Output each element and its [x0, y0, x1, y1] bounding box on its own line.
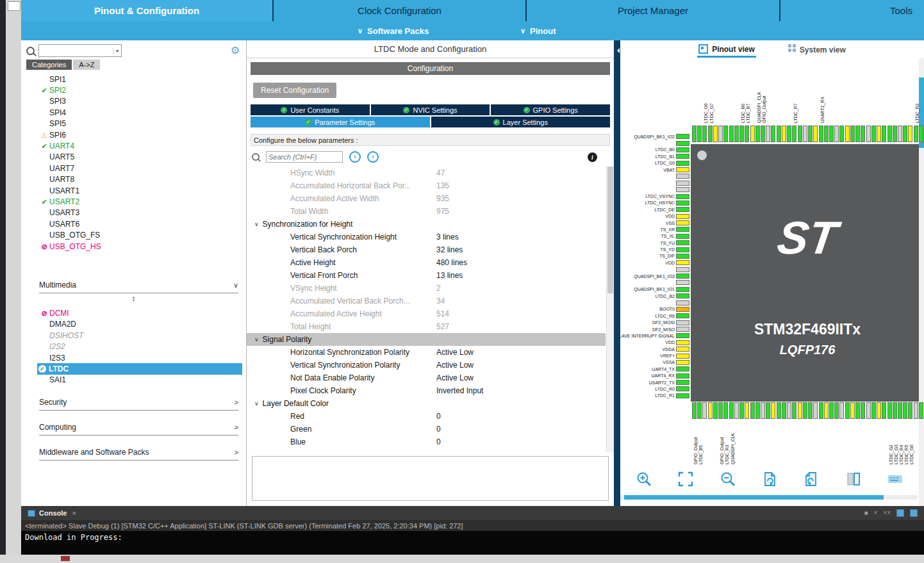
settings-gear-icon[interactable]: ⚙	[231, 45, 240, 56]
peripheral-usb-otg-fs[interactable]: USB_OTG_FS	[21, 229, 246, 240]
pin[interactable]	[676, 293, 689, 298]
pin[interactable]	[676, 300, 689, 306]
peripheral-dsihost[interactable]: DSIHOST	[21, 330, 246, 341]
category-multimedia[interactable]: Multimedia ∨	[39, 277, 238, 293]
param-vertical-back-porch[interactable]: Vertical Back Porch32 lines	[247, 243, 614, 256]
pin[interactable]	[676, 307, 689, 312]
tab-layer-settings[interactable]: ✓Layer Settings	[431, 117, 611, 127]
peripheral-ltdc[interactable]: ✔LTDC	[37, 363, 242, 374]
pin[interactable]	[861, 126, 865, 142]
pin[interactable]	[887, 126, 892, 142]
pin-console-icon[interactable]	[896, 509, 904, 517]
tab-parameter-settings[interactable]: ✓Parameter Settings	[251, 117, 430, 127]
pin[interactable]	[908, 126, 912, 142]
pin[interactable]	[708, 126, 713, 142]
peripheral-i2s2[interactable]: I2S2	[21, 341, 246, 352]
pin[interactable]	[676, 360, 689, 365]
pin[interactable]	[734, 402, 739, 419]
param-value[interactable]: Active Low	[436, 361, 474, 370]
horizontal-scrollbar[interactable]	[620, 495, 918, 500]
tab-categories[interactable]: Categories	[26, 60, 72, 70]
pin[interactable]	[914, 402, 918, 419]
pin[interactable]	[782, 402, 786, 419]
close-console-icon[interactable]: ×	[72, 509, 76, 517]
pin[interactable]	[692, 402, 697, 419]
pin[interactable]	[893, 402, 897, 419]
param-value[interactable]: 3 lines	[436, 233, 459, 241]
parameter-scrollbar[interactable]	[606, 167, 614, 452]
pin[interactable]	[787, 126, 791, 142]
pin[interactable]	[755, 402, 760, 419]
tab-gpio-settings[interactable]: ✓GPIO Settings	[491, 104, 610, 115]
top-tab-pinout-configuration[interactable]: Pinout & Configuration	[21, 0, 272, 21]
peripheral-usart2[interactable]: ✔USART2	[21, 196, 246, 207]
pin[interactable]	[739, 126, 744, 142]
previous-match-icon[interactable]: ‹	[349, 151, 361, 163]
sidebar-search-input[interactable]	[39, 46, 113, 55]
pin[interactable]	[713, 126, 718, 142]
param-vertical-front-porch[interactable]: Vertical Front Porch13 lines	[247, 269, 614, 282]
pin[interactable]	[903, 402, 907, 419]
pin[interactable]	[813, 126, 818, 142]
pin[interactable]	[824, 402, 829, 419]
pin[interactable]	[803, 402, 807, 419]
param-vertical-synchronization-height[interactable]: Vertical Synchronization Height3 lines	[247, 231, 614, 243]
pin[interactable]	[787, 402, 791, 419]
pin[interactable]	[676, 147, 689, 152]
pin[interactable]	[766, 126, 770, 142]
pin[interactable]	[676, 340, 689, 345]
open-console-icon[interactable]	[910, 509, 918, 517]
pin[interactable]	[819, 126, 823, 142]
pin[interactable]	[676, 373, 689, 379]
pin[interactable]	[676, 267, 689, 272]
param-active-height[interactable]: Active Height480 lines	[247, 256, 614, 269]
pin[interactable]	[808, 126, 813, 142]
rotate-clockwise-icon[interactable]	[761, 471, 778, 487]
pin[interactable]	[676, 320, 689, 325]
peripheral-uart5[interactable]: UART5	[21, 152, 246, 163]
zoom-in-icon[interactable]	[636, 471, 652, 487]
best-fit-icon[interactable]	[677, 471, 694, 487]
pin[interactable]	[771, 402, 775, 419]
pin[interactable]	[745, 126, 749, 142]
pin[interactable]	[676, 354, 689, 359]
param-value[interactable]: 32 lines	[436, 245, 463, 254]
pin[interactable]	[676, 273, 689, 279]
panel-splitter[interactable]	[614, 40, 620, 506]
pin[interactable]	[845, 126, 850, 142]
pin[interactable]	[676, 347, 689, 352]
info-icon[interactable]	[588, 152, 597, 162]
pin[interactable]	[676, 161, 689, 166]
pin[interactable]	[729, 126, 734, 142]
pin[interactable]	[755, 126, 760, 142]
tab-system-view[interactable]: System view	[787, 42, 847, 56]
pin[interactable]	[908, 402, 912, 419]
param-section-signal-polarity[interactable]: ∨Signal Polarity	[247, 333, 606, 346]
pin[interactable]	[829, 126, 834, 142]
zoom-out-icon[interactable]	[720, 471, 736, 487]
peripheral-spi4[interactable]: SPI4	[21, 107, 246, 118]
peripheral-spi2[interactable]: ✔SPI2	[21, 85, 246, 95]
activity-bar-icon[interactable]	[8, 1, 21, 11]
peripheral-dcmi[interactable]: ⊘DCMI	[21, 307, 246, 318]
category-security[interactable]: Security>	[39, 395, 238, 411]
pin[interactable]	[850, 402, 855, 419]
pin[interactable]	[676, 154, 689, 159]
pin[interactable]	[877, 402, 881, 419]
pin[interactable]	[676, 174, 689, 179]
pin[interactable]	[777, 402, 781, 419]
pin[interactable]	[798, 402, 802, 419]
pin[interactable]	[734, 126, 739, 142]
pin[interactable]	[676, 247, 689, 252]
pin[interactable]	[676, 194, 689, 199]
show-legend-icon[interactable]	[887, 471, 903, 487]
pin[interactable]	[903, 126, 907, 142]
pin[interactable]	[676, 287, 689, 292]
param-value[interactable]: 0	[436, 437, 441, 446]
pin[interactable]	[829, 402, 834, 419]
sidebar-search-combo[interactable]: ▾	[38, 44, 122, 57]
peripheral-sai1[interactable]: SAI1	[21, 375, 246, 386]
pin[interactable]	[798, 126, 802, 142]
list-resize-handle[interactable]: ▴ ▾	[21, 293, 246, 304]
param-value[interactable]: Inverted Input	[436, 386, 483, 395]
